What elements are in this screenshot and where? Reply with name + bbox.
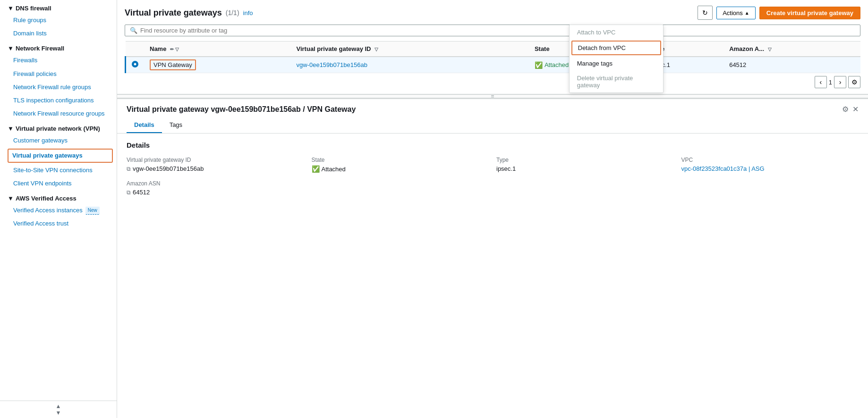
sidebar-category-dns-firewall[interactable]: ▼ DNS firewall	[0, 0, 117, 14]
top-panel: Virtual private gateways (1/1) info ↻ Ac…	[117, 0, 868, 94]
search-input[interactable]	[140, 27, 855, 34]
sidebar-category-label: Virtual private network (VPN)	[16, 125, 100, 132]
detail-vpc-label: VPC	[681, 157, 859, 163]
pagination-next-button[interactable]: ›	[834, 76, 846, 88]
tab-tags[interactable]: Tags	[162, 117, 190, 133]
detail-asn-label: Amazon ASN	[127, 180, 304, 187]
arrow-icon: ▼	[8, 125, 14, 132]
details-grid: Virtual private gateway ID ⧉ vgw-0ee159b…	[127, 157, 859, 196]
detail-tabs: Details Tags	[117, 117, 868, 134]
sidebar-item-firewall-policies[interactable]: Firewall policies	[0, 67, 117, 81]
sidebar-section-vpn: ▼ Virtual private network (VPN) Customer…	[0, 120, 117, 190]
count-badge: (1/1)	[226, 9, 239, 17]
dropdown-item-attach-to-vpc[interactable]: Attach to VPC	[570, 25, 663, 40]
info-link[interactable]: info	[243, 9, 253, 17]
col-radio	[126, 42, 145, 57]
page-title: Virtual private gateways (1/1) info	[125, 8, 253, 18]
panel-close-button[interactable]: ✕	[852, 105, 859, 114]
col-gateway-id[interactable]: Virtual private gateway ID ▽	[291, 42, 529, 57]
detail-type-value: ipsec.1	[496, 165, 674, 172]
pagination: ‹ 1 › ⚙	[125, 73, 860, 88]
dropdown-item-detach-from-vpc[interactable]: Detach from VPC	[571, 41, 661, 55]
gateways-table: Name ✏ ▽ Virtual private gateway ID ▽ St…	[125, 41, 860, 73]
radio-cell[interactable]	[126, 57, 145, 73]
panel-header-actions: ⚙ ✕	[842, 105, 859, 114]
detail-vpc-value: vpc-08f23523fca01c37a | ASG	[681, 165, 859, 172]
tab-details[interactable]: Details	[127, 117, 162, 133]
copy-icon-gateway-id[interactable]: ⧉	[127, 166, 131, 172]
detail-panel: Virtual private gateway vgw-0ee159b071be…	[117, 98, 868, 418]
create-virtual-private-gateway-button[interactable]: Create virtual private gateway	[759, 7, 860, 19]
actions-button[interactable]: Actions ▲	[716, 7, 756, 19]
search-icon: 🔍	[130, 27, 137, 34]
detail-state: State ✅ Attached	[312, 157, 489, 173]
sidebar-item-firewalls[interactable]: Firewalls	[0, 54, 117, 67]
details-section-title: Details	[127, 141, 859, 149]
refresh-button[interactable]: ↻	[698, 6, 713, 20]
dropdown-item-delete-vpg[interactable]: Delete virtual private gateway	[570, 71, 663, 92]
attached-icon: ✅	[535, 61, 543, 69]
gateway-id-link[interactable]: vgw-0ee159b071be156ab	[297, 61, 367, 68]
col-name[interactable]: Name ✏ ▽	[144, 42, 291, 57]
asn-sort-icon: ▽	[768, 47, 772, 52]
sidebar-category-vpn[interactable]: ▼ Virtual private network (VPN)	[0, 120, 117, 134]
top-panel-header: Virtual private gateways (1/1) info ↻ Ac…	[125, 6, 860, 20]
sidebar-item-nf-resource-groups[interactable]: Network Firewall resource groups	[0, 107, 117, 120]
sidebar-bottom-space	[0, 230, 117, 240]
actions-container: Actions ▲ Attach to VPC Detach from VPC …	[716, 7, 756, 19]
actions-arrow-icon: ▲	[745, 10, 749, 16]
sidebar-scroll: ▼ DNS firewall Rule groups Domain lists …	[0, 0, 117, 401]
create-button-label: Create virtual private gateway	[766, 9, 853, 17]
detail-state-value: ✅ Attached	[312, 165, 489, 173]
cell-name: VPN Gateway	[144, 57, 291, 73]
sidebar-category-network-firewall[interactable]: ▼ Network Firewall	[0, 40, 117, 54]
detail-gateway-id-value: ⧉ vgw-0ee159b071be156ab	[127, 165, 304, 172]
sidebar: ▼ DNS firewall Rule groups Domain lists …	[0, 0, 117, 418]
pagination-prev-button[interactable]: ‹	[815, 76, 827, 88]
top-panel-actions: ↻ Actions ▲ Attach to VPC Detach from VP…	[698, 6, 860, 20]
detail-gateway-id-label: Virtual private gateway ID	[127, 157, 304, 163]
sidebar-section-dns-firewall: ▼ DNS firewall Rule groups Domain lists	[0, 0, 117, 40]
actions-dropdown: Attach to VPC Detach from VPC Manage tag…	[569, 25, 664, 93]
name-sort-icon: ✏ ▽	[170, 47, 179, 52]
details-content: Details Virtual private gateway ID ⧉ vgw…	[117, 134, 868, 203]
sidebar-item-rule-groups[interactable]: Rule groups	[0, 14, 117, 27]
sidebar-section-aws-verified-access: ▼ AWS Verified Access Verified Access in…	[0, 190, 117, 230]
title-text: Virtual private gateways	[125, 8, 222, 18]
radio-button[interactable]	[132, 61, 138, 67]
vpc-link[interactable]: vpc-08f23523fca01c37a | ASG	[681, 165, 765, 172]
state-attached-icon: ✅	[312, 165, 320, 173]
table-row[interactable]: VPN Gateway vgw-0ee159b071be156ab ✅ Atta…	[126, 57, 861, 73]
sidebar-item-verified-access-trust[interactable]: Verified Access trust	[0, 217, 117, 230]
arrow-icon: ▼	[8, 45, 14, 52]
detail-vpc: VPC vpc-08f23523fca01c37a | ASG	[681, 157, 859, 173]
sidebar-category-aws-verified-access[interactable]: ▼ AWS Verified Access	[0, 190, 117, 204]
sidebar-item-customer-gateways[interactable]: Customer gateways	[0, 134, 117, 147]
pagination-settings-button[interactable]: ⚙	[848, 76, 860, 88]
sidebar-item-site-to-site-vpn[interactable]: Site-to-Site VPN connections	[0, 164, 117, 177]
panel-header: Virtual private gateway vgw-0ee159b071be…	[117, 99, 868, 114]
table-container: Name ✏ ▽ Virtual private gateway ID ▽ St…	[125, 41, 860, 73]
detail-gateway-id: Virtual private gateway ID ⧉ vgw-0ee159b…	[127, 157, 304, 173]
panel-settings-button[interactable]: ⚙	[842, 105, 849, 114]
detail-type: Type ipsec.1	[496, 157, 674, 173]
dropdown-item-manage-tags[interactable]: Manage tags	[570, 56, 663, 71]
detail-amazon-asn: Amazon ASN ⧉ 64512	[127, 180, 304, 196]
sidebar-item-verified-access-instances[interactable]: Verified Access instances New	[0, 204, 117, 217]
sidebar-scroll-down[interactable]: ▼	[56, 410, 61, 416]
detail-asn-value: ⧉ 64512	[127, 189, 304, 196]
search-bar: 🔍	[125, 25, 860, 36]
copy-icon-asn[interactable]: ⧉	[127, 189, 131, 196]
sidebar-item-domain-lists[interactable]: Domain lists	[0, 27, 117, 40]
panel-title: Virtual private gateway vgw-0ee159b071be…	[127, 105, 356, 114]
sidebar-item-nf-rule-groups[interactable]: Network Firewall rule groups	[0, 81, 117, 94]
resize-handle[interactable]: =	[117, 94, 868, 98]
refresh-icon: ↻	[702, 9, 708, 17]
sidebar-item-tls-inspection[interactable]: TLS inspection configurations	[0, 94, 117, 107]
detail-type-label: Type	[496, 157, 674, 163]
sidebar-item-virtual-private-gateways[interactable]: Virtual private gateways	[8, 149, 113, 163]
sidebar-scroll-up[interactable]: ▲	[56, 403, 61, 410]
sidebar-item-client-vpn-endpoints[interactable]: Client VPN endpoints	[0, 177, 117, 190]
gateway-id-sort-icon: ▽	[374, 47, 378, 52]
col-amazon-asn[interactable]: Amazon A... ▽	[723, 42, 860, 57]
